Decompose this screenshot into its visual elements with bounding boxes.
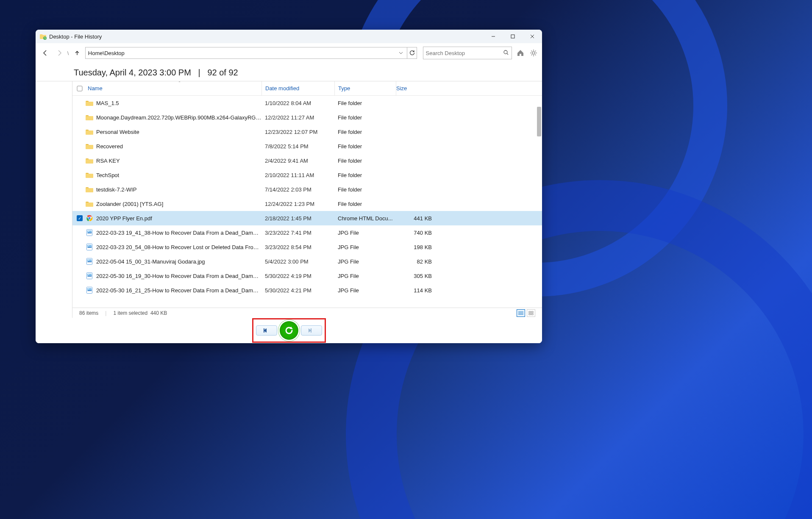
file-type: File folder [334, 100, 396, 106]
file-type: File folder [334, 172, 396, 178]
file-row[interactable]: ✓2020 YPP Flyer En.pdf2/18/2022 1:45 PMC… [72, 211, 542, 225]
search-box[interactable] [423, 47, 512, 59]
file-row[interactable]: TechSpot2/10/2022 11:11 AMFile folder [72, 168, 542, 182]
file-row[interactable]: 2022-05-04 15_00_31-Manuviraj Godara.jpg… [72, 254, 542, 269]
file-size: 198 KB [396, 244, 436, 250]
svg-rect-2 [511, 35, 514, 38]
image-icon [85, 257, 94, 266]
home-icon[interactable] [516, 48, 525, 58]
address-dropdown-icon[interactable] [398, 51, 404, 55]
file-row[interactable]: testdisk-7.2-WIP7/14/2022 2:03 PMFile fo… [72, 182, 542, 197]
select-all-checkbox[interactable] [75, 86, 84, 92]
file-date: 7/8/2022 5:14 PM [261, 143, 334, 150]
address-bar[interactable]: Home\Desktop [85, 47, 407, 59]
svg-point-16 [88, 245, 89, 246]
file-row[interactable]: Moonage.Daydream.2022.720p.WEBRip.900MB.… [72, 110, 542, 125]
file-row[interactable]: 2022-03-23 20_54_08-How to Recover Lost … [72, 240, 542, 254]
next-version-button[interactable] [301, 325, 322, 336]
file-date: 3/23/2022 7:41 PM [261, 230, 334, 236]
folder-icon [85, 128, 94, 136]
file-name: RSA KEY [96, 158, 261, 164]
bottom-controls [36, 318, 542, 343]
search-icon[interactable] [503, 50, 509, 57]
file-type: File folder [334, 158, 396, 164]
status-item-count: 86 items [79, 310, 98, 316]
column-date[interactable]: Date modified [261, 81, 334, 95]
svg-rect-30 [531, 311, 533, 313]
file-row[interactable]: MAS_1.51/10/2022 8:04 AMFile folder [72, 96, 542, 110]
version-timestamp: Tuesday, April 4, 2023 3:00 PM [74, 68, 191, 77]
version-position: 92 of 92 [207, 68, 238, 77]
image-icon [85, 228, 94, 237]
version-header: Tuesday, April 4, 2023 3:00 PM | 92 of 9… [36, 63, 542, 81]
scrollbar-thumb[interactable] [537, 107, 541, 136]
restore-button[interactable] [280, 321, 298, 340]
column-headers: ˄ Name Date modified Type Size [72, 81, 542, 96]
file-name: 2022-03-23 19_41_38-How to Recover Data … [96, 230, 261, 236]
folder-icon [85, 185, 94, 194]
file-type: File folder [334, 129, 396, 135]
file-row[interactable]: Personal Website12/23/2022 12:07 PMFile … [72, 125, 542, 139]
previous-version-button[interactable] [256, 325, 277, 336]
file-date: 12/24/2022 1:23 PM [261, 201, 334, 207]
column-type[interactable]: Type [334, 81, 396, 95]
path-separator: \ [67, 50, 69, 56]
file-list[interactable]: MAS_1.51/10/2022 8:04 AMFile folderMoona… [72, 96, 542, 308]
folder-icon [85, 171, 94, 179]
file-type: JPG File [334, 258, 396, 265]
file-date: 1/10/2022 8:04 AM [261, 100, 334, 106]
file-row[interactable]: Recovered7/8/2022 5:14 PMFile folder [72, 139, 542, 153]
file-row[interactable]: RSA KEY2/4/2022 9:41 AMFile folder [72, 153, 542, 168]
file-name: Recovered [96, 143, 261, 150]
file-date: 5/30/2022 4:19 PM [261, 273, 334, 279]
column-size[interactable]: Size [396, 81, 436, 95]
maximize-button[interactable] [503, 30, 523, 43]
refresh-button[interactable] [407, 47, 417, 59]
file-date: 2/4/2022 9:41 AM [261, 158, 334, 164]
column-name[interactable]: Name [84, 85, 261, 92]
file-row[interactable]: 2022-03-23 19_41_38-How to Recover Data … [72, 225, 542, 240]
gear-icon[interactable] [529, 48, 538, 58]
file-date: 5/4/2022 3:00 PM [261, 258, 334, 265]
file-date: 5/30/2022 4:21 PM [261, 287, 334, 294]
svg-point-10 [88, 217, 90, 219]
nav-pane [36, 81, 72, 318]
svg-rect-34 [264, 328, 264, 333]
search-input[interactable] [426, 50, 503, 56]
file-row[interactable]: Zoolander (2001) [YTS.AG]12/24/2022 1:23… [72, 197, 542, 211]
file-type: File folder [334, 143, 396, 150]
folder-icon [85, 142, 94, 150]
file-date: 2/10/2022 11:11 AM [261, 172, 334, 178]
image-icon [85, 243, 94, 251]
svg-point-19 [88, 260, 89, 261]
back-button[interactable] [40, 47, 51, 59]
minimize-button[interactable] [484, 30, 503, 43]
svg-point-22 [88, 274, 89, 275]
view-icons-button[interactable] [527, 309, 535, 317]
file-row[interactable]: 2022-05-30 16_21_25-How to Recover Data … [72, 283, 542, 297]
titlebar[interactable]: Desktop - File History [36, 30, 542, 43]
sort-indicator-icon: ˄ [178, 81, 181, 85]
row-checkbox[interactable]: ✓ [75, 215, 84, 221]
svg-rect-31 [529, 314, 531, 315]
file-date: 3/23/2022 8:54 PM [261, 244, 334, 250]
view-details-button[interactable] [517, 309, 525, 317]
up-button[interactable] [71, 47, 82, 59]
scrollbar[interactable] [537, 98, 541, 293]
close-button[interactable] [523, 30, 542, 43]
folder-icon [85, 156, 94, 165]
file-name: Zoolander (2001) [YTS.AG] [96, 201, 261, 207]
file-name: 2022-03-23 20_54_08-How to Recover Lost … [96, 244, 261, 250]
file-name: 2022-05-04 15_00_31-Manuviraj Godara.jpg [96, 258, 261, 265]
file-name: MAS_1.5 [96, 100, 261, 106]
svg-line-6 [507, 53, 508, 55]
file-pane: ˄ Name Date modified Type Size MAS_1.51/… [72, 81, 542, 318]
file-size: 114 KB [396, 287, 436, 294]
content-area: ˄ Name Date modified Type Size MAS_1.51/… [36, 81, 542, 318]
file-name: 2022-05-30 16_21_25-How to Recover Data … [96, 287, 261, 294]
file-row[interactable]: 2022-05-30 16_19_30-How to Recover Data … [72, 269, 542, 283]
folder-icon [85, 99, 94, 107]
folder-icon [85, 113, 94, 122]
file-type: File folder [334, 114, 396, 121]
forward-button[interactable] [53, 47, 64, 59]
